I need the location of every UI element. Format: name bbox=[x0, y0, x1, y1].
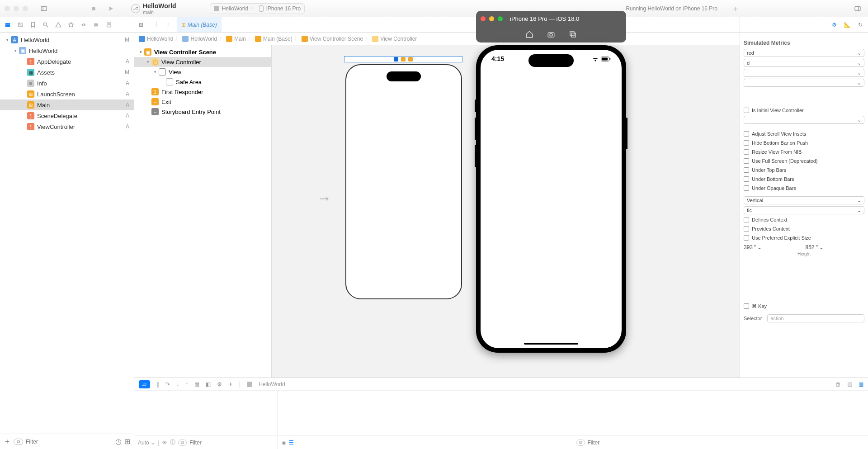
outline-exit[interactable]: → Exit bbox=[134, 97, 271, 107]
content-height-field[interactable]: 852⌃⌄ bbox=[806, 244, 865, 250]
scm-filter-icon[interactable]: ⊞ bbox=[124, 437, 130, 446]
stop-button[interactable] bbox=[88, 3, 99, 14]
content-width-field[interactable]: 393⌃⌄ bbox=[744, 244, 803, 250]
project-root[interactable]: ▾ A HelloWorld M bbox=[0, 34, 134, 45]
simulator-titlebar[interactable]: iPhone 16 Pro — iOS 18.0 bbox=[476, 11, 626, 26]
size-inspector-icon[interactable]: 📐 bbox=[844, 22, 851, 28]
scheme-target-pill[interactable]: HelloWorld 〉 iPhone 16 Pro bbox=[210, 3, 305, 14]
sim-zoom-dot[interactable] bbox=[498, 16, 503, 21]
folder-row[interactable]: ▾ ▣ HelloWorld bbox=[0, 45, 134, 56]
home-icon[interactable] bbox=[525, 30, 533, 38]
navigator-filter[interactable] bbox=[26, 439, 113, 445]
provides-context-check[interactable]: Provides Context bbox=[744, 224, 864, 233]
environment-icon[interactable]: ⚙ bbox=[217, 381, 222, 388]
volume-down-button[interactable] bbox=[475, 118, 476, 140]
layout-check-4[interactable]: Under Top Bars bbox=[744, 165, 864, 175]
memory-graph-icon[interactable]: ◧ bbox=[206, 381, 211, 388]
nav-back-icon[interactable]: 〈 bbox=[148, 17, 162, 32]
key-cmd-check[interactable]: ⌘ Key bbox=[744, 302, 864, 311]
metric-size[interactable]: red⌄ bbox=[744, 49, 864, 57]
trash-icon[interactable]: 🗑 bbox=[835, 381, 841, 388]
jump-bar-file[interactable]: ⊞ Main (Base) bbox=[177, 17, 222, 32]
filter-scope-icon[interactable]: ⧉ bbox=[14, 439, 23, 445]
file-main[interactable]: ⊞ Main A bbox=[0, 99, 134, 110]
layout-check-2[interactable]: Resize View From NIB bbox=[744, 147, 864, 156]
outline-entrypoint[interactable]: → Storyboard Entry Point bbox=[134, 107, 271, 117]
initial-vc-check[interactable]: Is Initial View Controller bbox=[744, 106, 864, 115]
info-icon[interactable]: ⓘ bbox=[170, 439, 175, 446]
simulator-screen[interactable]: 4:15 bbox=[481, 50, 622, 348]
vc-selection-bar[interactable] bbox=[344, 56, 462, 62]
presentation-select[interactable]: tic⌄ bbox=[744, 206, 864, 214]
attributes-inspector-icon[interactable]: ⚙ bbox=[832, 22, 837, 28]
canvas-device-frame[interactable] bbox=[345, 64, 462, 299]
crumb[interactable]: Main (Base) bbox=[263, 36, 292, 42]
layout-select[interactable]: ⌄ bbox=[744, 116, 864, 124]
split-left-icon[interactable]: ▥ bbox=[847, 381, 852, 388]
file-info[interactable]: ≡ Info A bbox=[0, 78, 134, 89]
filter-icon[interactable]: ⧉ bbox=[576, 440, 585, 446]
minimize-dot[interactable] bbox=[14, 6, 19, 11]
console-view[interactable]: ◉ ☰ ⧉ bbox=[278, 391, 868, 449]
console-filter[interactable] bbox=[588, 440, 865, 446]
variables-view[interactable]: Auto ⌄ | 👁 ⓘ ⧉ bbox=[134, 391, 278, 449]
library-icon[interactable] bbox=[852, 3, 863, 14]
crumb[interactable]: HelloWorld bbox=[147, 36, 173, 42]
simulator-window[interactable]: iPhone 16 Pro — iOS 18.0 4:15 bbox=[476, 11, 626, 353]
layout-check-3[interactable]: Use Full Screen (Deprecated) bbox=[744, 156, 864, 165]
debug-process-name[interactable]: HelloWorld bbox=[259, 381, 285, 388]
eye-icon[interactable]: 👁 bbox=[162, 440, 167, 446]
sidebar-toggle-icon[interactable] bbox=[38, 3, 50, 14]
project-nav-icon[interactable] bbox=[5, 22, 11, 28]
explicit-size-check[interactable]: Use Preferred Explicit Size bbox=[744, 233, 864, 242]
step-out-icon[interactable]: ↑ bbox=[185, 381, 188, 388]
step-over-icon[interactable]: ↷ bbox=[165, 381, 170, 388]
layout-check-5[interactable]: Under Bottom Bars bbox=[744, 175, 864, 184]
sim-min-dot[interactable] bbox=[489, 16, 494, 21]
view-debug-icon[interactable]: ▦ bbox=[194, 381, 199, 388]
source-control-nav-icon[interactable] bbox=[17, 22, 24, 28]
run-button[interactable] bbox=[105, 3, 117, 14]
outline-safearea[interactable]: Safe Area bbox=[134, 77, 271, 87]
crumb[interactable]: Main bbox=[234, 36, 246, 42]
expand-icon[interactable]: ◉ bbox=[282, 440, 286, 446]
crumb[interactable]: View Controller Scene bbox=[310, 36, 363, 42]
metric-appearance[interactable]: ⌄ bbox=[744, 69, 864, 77]
test-nav-icon[interactable] bbox=[68, 22, 74, 28]
scheme-selector[interactable]: ⎇ HelloWorld main bbox=[131, 2, 176, 15]
breakpoint-nav-icon[interactable] bbox=[93, 22, 99, 28]
defines-context-check[interactable]: Defines Context bbox=[744, 215, 864, 224]
scope-select[interactable]: Auto ⌄ bbox=[138, 440, 155, 446]
volume-up-button[interactable] bbox=[475, 99, 476, 112]
file-launchscreen[interactable]: ⊞ LaunchScreen A bbox=[0, 89, 134, 99]
step-in-icon[interactable]: ↓ bbox=[176, 381, 179, 388]
variables-filter[interactable] bbox=[189, 440, 274, 446]
file-assets[interactable]: ▦ Assets M bbox=[0, 67, 134, 78]
location-icon[interactable]: ✈ bbox=[228, 381, 233, 388]
layout-check-1[interactable]: Hide Bottom Bar on Push bbox=[744, 138, 864, 147]
copy-icon[interactable] bbox=[569, 30, 577, 38]
close-dot[interactable] bbox=[5, 6, 10, 11]
layout-check-6[interactable]: Under Opaque Bars bbox=[744, 184, 864, 193]
recent-icon[interactable]: ◷ bbox=[115, 437, 122, 446]
zoom-dot[interactable] bbox=[23, 6, 28, 11]
connections-inspector-icon[interactable]: ↻ bbox=[858, 22, 863, 28]
outline-scene[interactable]: ▾▣ View Controller Scene bbox=[134, 47, 271, 57]
outline-viewcontroller[interactable]: ▾◯ View Controller bbox=[134, 57, 271, 67]
file-appdelegate[interactable]: ⟆ AppDelegate A bbox=[0, 56, 134, 67]
add-icon[interactable]: ＋ bbox=[4, 437, 11, 446]
action-button[interactable] bbox=[475, 145, 476, 167]
metric-topbar[interactable]: ⌄ bbox=[744, 79, 864, 87]
nav-forward-icon[interactable]: 〉 bbox=[162, 17, 177, 32]
debug-nav-icon[interactable] bbox=[80, 22, 87, 28]
filter-icon[interactable]: ⧉ bbox=[178, 440, 187, 446]
file-viewcontroller[interactable]: ⟆ ViewController A bbox=[0, 121, 134, 132]
screenshot-icon[interactable] bbox=[547, 30, 555, 38]
selector-field[interactable]: action bbox=[767, 314, 864, 322]
issue-nav-icon[interactable] bbox=[55, 22, 61, 28]
report-nav-icon[interactable] bbox=[106, 22, 112, 28]
add-tab-icon[interactable]: ＋ bbox=[730, 3, 741, 14]
layout-check-0[interactable]: Adjust Scroll View Insets bbox=[744, 129, 864, 138]
meta-icon[interactable]: ☰ bbox=[289, 440, 294, 446]
continue-icon[interactable]: ‖ bbox=[156, 381, 159, 388]
